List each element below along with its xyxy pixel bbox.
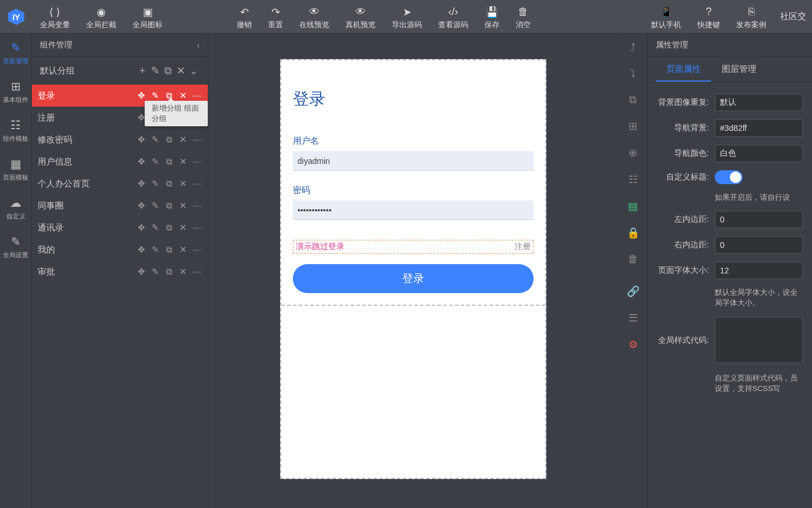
register-link[interactable]: 注册 [515, 242, 531, 252]
edit-icon[interactable]: ✎ [150, 222, 160, 233]
edit-icon[interactable]: ✎ [150, 178, 160, 189]
close-icon[interactable]: ✕ [174, 64, 187, 77]
edit-icon[interactable]: ✎ [150, 134, 160, 145]
add-icon[interactable]: + [136, 65, 149, 77]
more-icon[interactable]: ⋯ [192, 156, 202, 167]
upload-icon[interactable]: ⤴ [619, 42, 647, 54]
move-icon[interactable]: ✥ [136, 156, 146, 167]
more-icon[interactable]: ⋯ [192, 90, 202, 101]
nav-bg-input[interactable] [715, 119, 803, 137]
tb-center-btn-4[interactable]: ➤导出源码 [384, 0, 430, 34]
rail-item-5[interactable]: ✎全局设置 [0, 228, 31, 266]
edit-icon[interactable]: ✎ [150, 156, 160, 167]
tb-center-btn-3[interactable]: 👁真机预览 [337, 0, 384, 34]
page-item-7[interactable]: 我的✥✎⧉✕⋯ [32, 239, 208, 261]
add-page-icon[interactable]: ⊕ [619, 147, 647, 159]
extension-icon[interactable]: ☷ [619, 173, 647, 186]
page-item-2[interactable]: 修改密码✥✎⧉✕⋯ [32, 129, 208, 151]
edit-icon[interactable]: ✎ [150, 200, 160, 211]
tb-center-btn-0[interactable]: ↶撤销 [229, 0, 260, 34]
delete-icon[interactable]: 🗑 [619, 253, 647, 265]
copy-icon[interactable]: ⧉ [161, 65, 174, 77]
close-icon[interactable]: ✕ [178, 266, 188, 277]
move-icon[interactable]: ✥ [136, 266, 146, 277]
more-icon[interactable]: ⋯ [192, 134, 202, 145]
edit-icon[interactable]: ✎ [149, 64, 161, 77]
rail-item-3[interactable]: ▦页面模板 [0, 150, 31, 189]
tb-center-btn-5[interactable]: ‹/›查看源码 [430, 0, 476, 34]
password-input[interactable] [293, 200, 534, 220]
global-style-input[interactable] [715, 317, 803, 363]
prop-tab-0[interactable]: 页面属性 [656, 57, 711, 82]
link-icon[interactable]: 🔗 [619, 285, 647, 298]
prop-tab-1[interactable]: 图层管理 [711, 57, 767, 82]
more-icon[interactable]: ⋯ [192, 266, 202, 277]
tb-right-btn-0[interactable]: 📱默认手机 [643, 0, 689, 34]
stack-icon[interactable]: ☰ [619, 312, 647, 324]
page-item-6[interactable]: 通讯录✥✎⧉✕⋯ [32, 217, 208, 239]
copy-icon[interactable]: ⧉ [164, 222, 174, 233]
tb-left-btn-0[interactable]: ⟨ ⟩全局变量 [32, 0, 78, 34]
page-item-3[interactable]: 用户信息✥✎⧉✕⋯ [32, 151, 208, 173]
copy-icon[interactable]: ⧉ [164, 266, 174, 277]
more-icon[interactable]: ⋯ [192, 244, 202, 255]
tb-center-btn-2[interactable]: 👁在线预览 [291, 0, 337, 34]
close-icon[interactable]: ✕ [178, 156, 188, 167]
logo[interactable]: IY [0, 0, 32, 34]
pad-right-input[interactable] [715, 236, 803, 254]
tb-right-btn-1[interactable]: ?快捷键 [689, 0, 728, 34]
close-icon[interactable]: ✕ [178, 222, 188, 233]
rail-item-0[interactable]: ✎页面管理 [0, 34, 31, 72]
copy-icon[interactable]: ⧉ [619, 94, 647, 106]
move-icon[interactable]: ✥ [136, 134, 146, 145]
download-icon[interactable]: ⤵ [619, 68, 647, 80]
move-icon[interactable]: ✥ [136, 222, 146, 233]
page-item-5[interactable]: 同事圈✥✎⧉✕⋯ [32, 195, 208, 217]
tb-center-btn-6[interactable]: 💾保存 [476, 0, 508, 34]
copy-icon[interactable]: ⧉ [164, 200, 174, 211]
tb-right-btn-2[interactable]: ⎘发布案例 [728, 0, 774, 34]
close-icon[interactable]: ✕ [178, 244, 188, 255]
rail-item-1[interactable]: ⊞基本组件 [0, 72, 31, 111]
skip-login-link[interactable]: 演示跳过登录 [296, 242, 344, 252]
close-icon[interactable]: ✕ [178, 200, 188, 211]
copy-icon[interactable]: ⧉ [164, 134, 174, 145]
edit-icon[interactable]: ✎ [150, 90, 160, 101]
edit-icon[interactable]: ✎ [150, 266, 160, 277]
move-icon[interactable]: ✥ [136, 200, 146, 211]
more-icon[interactable]: ⋯ [192, 178, 202, 189]
gear-icon[interactable]: ⚙ [619, 338, 647, 351]
copy-icon[interactable]: ⧉ [164, 244, 174, 255]
copy-icon[interactable]: ⧉ [164, 178, 174, 189]
custom-title-toggle[interactable] [715, 170, 743, 184]
bg-repeat-input[interactable] [715, 94, 803, 111]
close-icon[interactable]: ✕ [178, 178, 188, 189]
move-icon[interactable]: ✥ [136, 178, 146, 189]
rail-item-4[interactable]: ☁自定义 [0, 189, 31, 228]
close-icon[interactable]: ✕ [178, 90, 188, 101]
collapse-icon[interactable]: ‹ [197, 41, 200, 50]
more-icon[interactable]: ⋯ [192, 200, 202, 211]
move-icon[interactable]: ✥ [136, 244, 146, 255]
layers-icon[interactable]: ▤ [619, 200, 647, 213]
community-link[interactable]: 社区交 [774, 0, 812, 34]
edit-icon[interactable]: ✎ [150, 244, 160, 255]
tb-left-btn-1[interactable]: ◉全局拦截 [78, 0, 124, 34]
copy-icon[interactable]: ⧉ [164, 156, 174, 167]
close-icon[interactable]: ✕ [178, 134, 188, 145]
puzzle-icon[interactable]: ⊞ [619, 120, 647, 133]
font-size-input[interactable] [715, 262, 803, 279]
tb-center-btn-1[interactable]: ↷重置 [260, 0, 291, 34]
page-item-4[interactable]: 个人办公首页✥✎⧉✕⋯ [32, 173, 208, 195]
tb-center-btn-7[interactable]: 🗑消空 [508, 0, 539, 34]
tb-left-btn-2[interactable]: ▣全局图标 [124, 0, 171, 34]
rail-item-2[interactable]: ☷组件模板 [0, 111, 31, 150]
move-icon[interactable]: ✥ [136, 90, 146, 101]
username-input[interactable] [293, 151, 534, 171]
page-item-8[interactable]: 审批✥✎⧉✕⋯ [32, 261, 208, 283]
more-icon[interactable]: ⋯ [192, 222, 202, 233]
login-button[interactable]: 登录 [293, 264, 534, 293]
pad-left-input[interactable] [715, 211, 803, 228]
nav-color-input[interactable] [715, 145, 803, 162]
lock-icon[interactable]: 🔒 [619, 226, 647, 239]
